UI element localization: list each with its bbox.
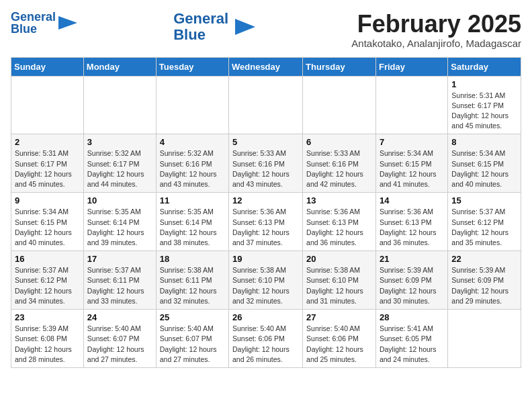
logo-triangle-icon: [235, 19, 255, 35]
day-info: Sunrise: 5:31 AM Sunset: 6:17 PM Dayligh…: [451, 91, 517, 132]
day-number: 16: [15, 254, 80, 264]
calendar-cell: 18Sunrise: 5:38 AM Sunset: 6:11 PM Dayli…: [156, 251, 228, 310]
svg-marker-1: [235, 19, 255, 35]
location-subtitle: Antakotako, Analanjirofo, Madagascar: [351, 38, 521, 49]
calendar-cell: [156, 76, 228, 134]
day-info: Sunrise: 5:38 AM Sunset: 6:10 PM Dayligh…: [306, 265, 372, 306]
day-number: 14: [380, 195, 444, 205]
day-info: Sunrise: 5:39 AM Sunset: 6:09 PM Dayligh…: [451, 265, 517, 306]
calendar-cell: 16Sunrise: 5:37 AM Sunset: 6:12 PM Dayli…: [11, 251, 84, 310]
calendar-cell: 6Sunrise: 5:33 AM Sunset: 6:16 PM Daylig…: [303, 134, 376, 193]
day-number: 6: [306, 137, 372, 147]
calendar-cell: 1Sunrise: 5:31 AM Sunset: 6:17 PM Daylig…: [448, 76, 521, 134]
logo-general: General: [173, 11, 228, 27]
title-block: February 2025 Antakotako, Analanjirofo, …: [351, 11, 521, 49]
calendar-week-3: 9Sunrise: 5:34 AM Sunset: 6:15 PM Daylig…: [11, 193, 521, 251]
day-number: 25: [160, 312, 225, 322]
day-info: Sunrise: 5:39 AM Sunset: 6:09 PM Dayligh…: [380, 265, 444, 306]
calendar-cell: [11, 76, 84, 134]
day-info: Sunrise: 5:33 AM Sunset: 6:16 PM Dayligh…: [306, 148, 372, 189]
day-number: 5: [232, 137, 299, 147]
day-number: 13: [306, 195, 372, 205]
calendar-cell: 19Sunrise: 5:38 AM Sunset: 6:10 PM Dayli…: [229, 251, 303, 310]
day-number: 9: [15, 195, 80, 205]
calendar-cell: 22Sunrise: 5:39 AM Sunset: 6:09 PM Dayli…: [448, 251, 521, 310]
calendar-cell: 11Sunrise: 5:35 AM Sunset: 6:14 PM Dayli…: [156, 193, 228, 251]
weekday-header-monday: Monday: [83, 57, 156, 76]
weekday-header-sunday: Sunday: [11, 57, 84, 76]
day-info: Sunrise: 5:37 AM Sunset: 6:12 PM Dayligh…: [15, 265, 80, 306]
day-number: 4: [160, 137, 225, 147]
day-number: 7: [380, 137, 444, 147]
page-header: General Blue General Blue February 2025 …: [11, 11, 521, 49]
calendar-cell: [448, 310, 521, 368]
day-info: Sunrise: 5:40 AM Sunset: 6:07 PM Dayligh…: [160, 324, 225, 365]
day-info: Sunrise: 5:37 AM Sunset: 6:12 PM Dayligh…: [451, 207, 517, 248]
logo-general-text: General: [11, 11, 56, 23]
day-info: Sunrise: 5:40 AM Sunset: 6:07 PM Dayligh…: [87, 324, 152, 365]
day-number: 12: [232, 195, 299, 205]
day-number: 26: [232, 312, 299, 322]
logo-arrow-icon: [58, 13, 77, 32]
day-info: Sunrise: 5:34 AM Sunset: 6:15 PM Dayligh…: [380, 148, 444, 189]
day-number: 8: [451, 137, 517, 147]
calendar-cell: 5Sunrise: 5:33 AM Sunset: 6:16 PM Daylig…: [229, 134, 303, 193]
calendar-cell: 25Sunrise: 5:40 AM Sunset: 6:07 PM Dayli…: [156, 310, 228, 368]
day-number: 10: [87, 195, 152, 205]
calendar-cell: 7Sunrise: 5:34 AM Sunset: 6:15 PM Daylig…: [375, 134, 447, 193]
day-info: Sunrise: 5:34 AM Sunset: 6:15 PM Dayligh…: [15, 207, 80, 248]
calendar-cell: 8Sunrise: 5:34 AM Sunset: 6:15 PM Daylig…: [448, 134, 521, 193]
day-info: Sunrise: 5:35 AM Sunset: 6:14 PM Dayligh…: [160, 207, 225, 248]
day-info: Sunrise: 5:39 AM Sunset: 6:08 PM Dayligh…: [15, 324, 80, 365]
day-number: 2: [15, 137, 80, 147]
day-number: 21: [380, 254, 444, 264]
calendar-cell: 12Sunrise: 5:36 AM Sunset: 6:13 PM Dayli…: [229, 193, 303, 251]
calendar-cell: 10Sunrise: 5:35 AM Sunset: 6:14 PM Dayli…: [83, 193, 156, 251]
weekday-header-saturday: Saturday: [448, 57, 521, 76]
calendar-cell: [83, 76, 156, 134]
day-info: Sunrise: 5:38 AM Sunset: 6:11 PM Dayligh…: [160, 265, 225, 306]
weekday-header-wednesday: Wednesday: [229, 57, 303, 76]
calendar-cell: 20Sunrise: 5:38 AM Sunset: 6:10 PM Dayli…: [303, 251, 376, 310]
month-title: February 2025: [351, 11, 521, 38]
day-number: 11: [160, 195, 225, 205]
calendar-cell: [375, 76, 447, 134]
calendar-cell: 23Sunrise: 5:39 AM Sunset: 6:08 PM Dayli…: [11, 310, 84, 368]
day-info: Sunrise: 5:36 AM Sunset: 6:13 PM Dayligh…: [306, 207, 372, 248]
weekday-header-tuesday: Tuesday: [156, 57, 228, 76]
day-info: Sunrise: 5:35 AM Sunset: 6:14 PM Dayligh…: [87, 207, 152, 248]
logo-blue-text: Blue: [11, 23, 56, 35]
logo-text-block: General Blue: [11, 11, 56, 35]
logo: General Blue: [11, 11, 77, 35]
calendar-cell: 27Sunrise: 5:40 AM Sunset: 6:06 PM Dayli…: [303, 310, 376, 368]
calendar-cell: 4Sunrise: 5:32 AM Sunset: 6:16 PM Daylig…: [156, 134, 228, 193]
day-number: 18: [160, 254, 225, 264]
calendar-cell: [229, 76, 303, 134]
day-number: 3: [87, 137, 152, 147]
day-info: Sunrise: 5:40 AM Sunset: 6:06 PM Dayligh…: [306, 324, 372, 365]
calendar-week-5: 23Sunrise: 5:39 AM Sunset: 6:08 PM Dayli…: [11, 310, 521, 368]
day-number: 20: [306, 254, 372, 264]
calendar-cell: 15Sunrise: 5:37 AM Sunset: 6:12 PM Dayli…: [448, 193, 521, 251]
calendar-week-4: 16Sunrise: 5:37 AM Sunset: 6:12 PM Dayli…: [11, 251, 521, 310]
svg-marker-0: [58, 16, 77, 30]
day-number: 1: [451, 79, 517, 89]
day-info: Sunrise: 5:33 AM Sunset: 6:16 PM Dayligh…: [232, 148, 299, 189]
calendar-cell: 28Sunrise: 5:41 AM Sunset: 6:05 PM Dayli…: [375, 310, 447, 368]
day-info: Sunrise: 5:40 AM Sunset: 6:06 PM Dayligh…: [232, 324, 299, 365]
day-number: 19: [232, 254, 299, 264]
calendar-cell: 26Sunrise: 5:40 AM Sunset: 6:06 PM Dayli…: [229, 310, 303, 368]
day-info: Sunrise: 5:34 AM Sunset: 6:15 PM Dayligh…: [451, 148, 517, 189]
day-number: 27: [306, 312, 372, 322]
logo-blue: Blue: [173, 27, 206, 43]
calendar-cell: 13Sunrise: 5:36 AM Sunset: 6:13 PM Dayli…: [303, 193, 376, 251]
day-info: Sunrise: 5:36 AM Sunset: 6:13 PM Dayligh…: [232, 207, 299, 248]
day-info: Sunrise: 5:41 AM Sunset: 6:05 PM Dayligh…: [380, 324, 444, 365]
day-number: 22: [451, 254, 517, 264]
day-info: Sunrise: 5:36 AM Sunset: 6:13 PM Dayligh…: [380, 207, 444, 248]
calendar-cell: 24Sunrise: 5:40 AM Sunset: 6:07 PM Dayli…: [83, 310, 156, 368]
calendar-cell: 21Sunrise: 5:39 AM Sunset: 6:09 PM Dayli…: [375, 251, 447, 310]
calendar-cell: 14Sunrise: 5:36 AM Sunset: 6:13 PM Dayli…: [375, 193, 447, 251]
day-info: Sunrise: 5:38 AM Sunset: 6:10 PM Dayligh…: [232, 265, 299, 306]
calendar-table: SundayMondayTuesdayWednesdayThursdayFrid…: [11, 57, 521, 368]
